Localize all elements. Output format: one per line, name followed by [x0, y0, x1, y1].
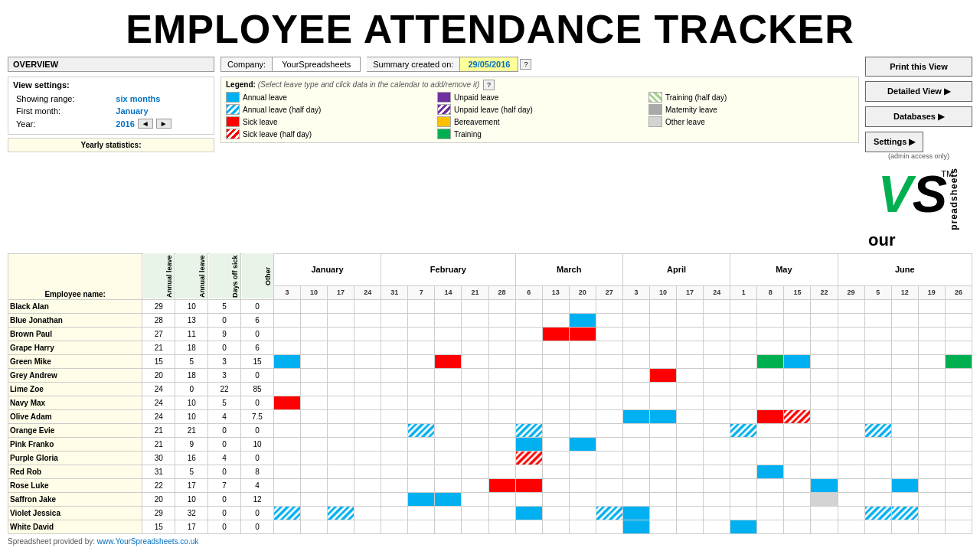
cal-cell-2[interactable]: [328, 465, 354, 478]
cal-cell-19[interactable]: [784, 478, 811, 492]
cal-cell-10[interactable]: [542, 478, 569, 492]
cal-cell-9[interactable]: [515, 437, 542, 451]
cal-cell-21[interactable]: [838, 520, 864, 533]
cal-cell-7[interactable]: [462, 354, 488, 368]
cal-cell-19[interactable]: [784, 354, 811, 368]
cal-cell-9[interactable]: [515, 313, 542, 327]
cal-cell-5[interactable]: [408, 382, 435, 396]
cal-cell-0[interactable]: [273, 299, 300, 313]
cal-cell-18[interactable]: [757, 299, 784, 313]
cal-cell-12[interactable]: [596, 437, 622, 451]
cal-cell-12[interactable]: [596, 368, 622, 382]
cal-cell-25[interactable]: [945, 520, 972, 533]
cal-cell-0[interactable]: [273, 327, 300, 341]
cal-cell-24[interactable]: [918, 423, 945, 437]
cal-cell-16[interactable]: [704, 492, 730, 506]
cal-cell-19[interactable]: [784, 396, 811, 409]
cal-cell-14[interactable]: [649, 520, 676, 533]
cal-cell-3[interactable]: [354, 299, 381, 313]
cal-cell-23[interactable]: [891, 437, 918, 451]
cal-cell-4[interactable]: [381, 478, 408, 492]
cal-cell-5[interactable]: [408, 354, 435, 368]
cal-cell-5[interactable]: [408, 368, 435, 382]
cal-cell-8[interactable]: [488, 492, 515, 506]
cal-cell-7[interactable]: [462, 341, 488, 354]
legend-help[interactable]: ?: [483, 80, 495, 90]
cal-cell-4[interactable]: [381, 313, 408, 327]
cal-cell-24[interactable]: [918, 341, 945, 354]
cal-cell-12[interactable]: [596, 354, 622, 368]
cal-cell-24[interactable]: [918, 437, 945, 451]
cal-cell-3[interactable]: [354, 465, 381, 478]
cal-cell-13[interactable]: [622, 368, 649, 382]
cal-cell-22[interactable]: [864, 520, 891, 533]
cal-cell-18[interactable]: [757, 368, 784, 382]
cal-cell-4[interactable]: [381, 341, 408, 354]
cal-cell-10[interactable]: [542, 327, 569, 341]
cal-cell-25[interactable]: [945, 382, 972, 396]
cal-cell-13[interactable]: [622, 299, 649, 313]
cal-cell-10[interactable]: [542, 299, 569, 313]
cal-cell-17[interactable]: [730, 327, 757, 341]
cal-cell-7[interactable]: [462, 437, 488, 451]
cal-cell-2[interactable]: [328, 451, 354, 465]
cal-cell-1[interactable]: [300, 396, 327, 409]
cal-cell-0[interactable]: [273, 382, 300, 396]
cal-cell-11[interactable]: [569, 368, 596, 382]
cal-cell-2[interactable]: [328, 492, 354, 506]
cal-cell-11[interactable]: [569, 354, 596, 368]
cal-cell-3[interactable]: [354, 478, 381, 492]
cal-cell-11[interactable]: [569, 492, 596, 506]
cal-cell-25[interactable]: [945, 423, 972, 437]
cal-cell-10[interactable]: [542, 506, 569, 520]
cal-cell-6[interactable]: [435, 506, 462, 520]
cal-cell-19[interactable]: [784, 299, 811, 313]
cal-cell-17[interactable]: [730, 382, 757, 396]
cal-cell-23[interactable]: [891, 354, 918, 368]
cal-cell-3[interactable]: [354, 520, 381, 533]
cal-cell-19[interactable]: [784, 465, 811, 478]
footer-url[interactable]: www.YourSpreadsheets.co.uk: [97, 537, 199, 546]
cal-cell-6[interactable]: [435, 520, 462, 533]
cal-cell-14[interactable]: [649, 354, 676, 368]
cal-cell-7[interactable]: [462, 478, 488, 492]
cal-cell-5[interactable]: [408, 299, 435, 313]
cal-cell-22[interactable]: [864, 327, 891, 341]
cal-cell-12[interactable]: [596, 313, 622, 327]
cal-cell-10[interactable]: [542, 313, 569, 327]
detailed-view-button[interactable]: Detailed View ▶: [865, 81, 972, 102]
cal-cell-24[interactable]: [918, 506, 945, 520]
cal-cell-18[interactable]: [757, 409, 784, 423]
cal-cell-23[interactable]: [891, 313, 918, 327]
cal-cell-1[interactable]: [300, 423, 327, 437]
cal-cell-25[interactable]: [945, 396, 972, 409]
cal-cell-15[interactable]: [677, 368, 704, 382]
cal-cell-25[interactable]: [945, 299, 972, 313]
cal-cell-13[interactable]: [622, 423, 649, 437]
cal-cell-3[interactable]: [354, 451, 381, 465]
cal-cell-1[interactable]: [300, 327, 327, 341]
cal-cell-2[interactable]: [328, 423, 354, 437]
cal-cell-16[interactable]: [704, 409, 730, 423]
cal-cell-19[interactable]: [784, 313, 811, 327]
cal-cell-22[interactable]: [864, 341, 891, 354]
cal-cell-20[interactable]: [811, 423, 838, 437]
cal-cell-22[interactable]: [864, 354, 891, 368]
cal-cell-9[interactable]: [515, 341, 542, 354]
cal-cell-22[interactable]: [864, 478, 891, 492]
cal-cell-11[interactable]: [569, 465, 596, 478]
cal-cell-8[interactable]: [488, 423, 515, 437]
cal-cell-18[interactable]: [757, 451, 784, 465]
cal-cell-3[interactable]: [354, 506, 381, 520]
cal-cell-18[interactable]: [757, 520, 784, 533]
cal-cell-13[interactable]: [622, 492, 649, 506]
cal-cell-13[interactable]: [622, 327, 649, 341]
cal-cell-8[interactable]: [488, 520, 515, 533]
cal-cell-20[interactable]: [811, 313, 838, 327]
cal-cell-14[interactable]: [649, 478, 676, 492]
cal-cell-13[interactable]: [622, 382, 649, 396]
cal-cell-21[interactable]: [838, 368, 864, 382]
cal-cell-6[interactable]: [435, 313, 462, 327]
cal-cell-4[interactable]: [381, 396, 408, 409]
cal-cell-11[interactable]: [569, 520, 596, 533]
